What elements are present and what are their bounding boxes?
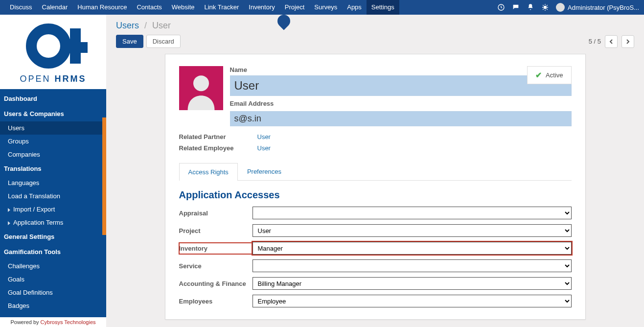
scroll-indicator (102, 117, 106, 235)
discard-button[interactable]: Discard (146, 35, 181, 48)
caret-icon (8, 208, 10, 212)
access-label-accounting-finance: Accounting & Finance (179, 280, 253, 287)
user-name: Administrator (PsyBroS... (568, 4, 639, 11)
tabs: Access Rights Preferences (179, 163, 572, 181)
sidebar-item-import-export[interactable]: Import / Export (0, 203, 106, 216)
pager: 5 / 5 (589, 35, 634, 48)
topmenu-inventory[interactable]: Inventory (244, 0, 279, 15)
related-partner-label: Related Partner (179, 133, 257, 140)
topmenu-human-resource[interactable]: Human Resource (72, 0, 132, 15)
access-select-service[interactable] (253, 259, 572, 272)
topbar-right: Administrator (PsyBroS... (497, 3, 639, 12)
breadcrumb-current: User (152, 21, 171, 30)
sidebar-item-companies[interactable]: Companies (0, 148, 106, 161)
clock-icon[interactable] (497, 3, 505, 11)
access-select-employees[interactable]: Employee (253, 295, 572, 307)
topmenu-apps[interactable]: Apps (342, 0, 367, 15)
section-title: Application Accesses (179, 189, 572, 201)
pager-prev[interactable] (605, 35, 618, 48)
topmenu-contacts[interactable]: Contacts (132, 0, 166, 15)
check-icon: ✔ (535, 70, 542, 80)
sidebar-section-users-companies[interactable]: Users & Companies (0, 106, 106, 121)
form-sheet: Name Email Address ✔ Active Related Part… (165, 54, 586, 320)
topmenu-link-tracker[interactable]: Link Tracker (199, 0, 244, 15)
bug-icon[interactable] (541, 3, 549, 11)
sidebar-nav: DashboardUsers & CompaniesUsersGroupsCom… (0, 89, 106, 317)
related-partner-value[interactable]: User (257, 133, 572, 140)
breadcrumb-bar: Users / User (106, 15, 644, 35)
topbar: DiscussCalendarHuman ResourceContactsWeb… (0, 0, 644, 15)
tab-preferences[interactable]: Preferences (238, 163, 291, 180)
sidebar-section-translations[interactable]: Translations (0, 161, 106, 176)
control-row: Save Discard 5 / 5 (106, 35, 644, 54)
access-select-project[interactable]: User (253, 224, 572, 237)
bell-icon[interactable] (527, 3, 534, 11)
brand-text-1: OPEN (20, 74, 54, 84)
avatar-icon (556, 3, 565, 12)
sidebar-section-general-settings[interactable]: General Settings (0, 229, 106, 244)
svg-point-1 (544, 6, 547, 9)
topmenu-project[interactable]: Project (280, 0, 309, 15)
main: Users / User Save Discard 5 / 5 (106, 15, 644, 327)
sidebar-item-application-terms[interactable]: Application Terms (0, 216, 106, 229)
related-employee-label: Related Employee (179, 144, 257, 152)
access-label-employees: Employees (179, 298, 253, 305)
status-badge[interactable]: ✔ Active (527, 66, 571, 84)
access-select-accounting-finance[interactable]: Billing Manager (253, 277, 572, 290)
access-label-project: Project (179, 227, 253, 234)
sidebar-item-goal-definitions[interactable]: Goal Definitions (0, 286, 106, 299)
name-label: Name (230, 66, 572, 73)
related-employee-value[interactable]: User (257, 144, 572, 152)
status-text: Active (546, 71, 563, 79)
topmenu-discuss[interactable]: Discuss (5, 0, 37, 15)
topmenu-calendar[interactable]: Calendar (37, 0, 73, 15)
brand-text-2: HRMS (55, 74, 87, 84)
sidebar-item-groups[interactable]: Groups (0, 135, 106, 148)
sidebar-item-languages[interactable]: Languages (0, 176, 106, 189)
access-label-service: Service (179, 262, 253, 270)
top-menu: DiscussCalendarHuman ResourceContactsWeb… (5, 0, 399, 15)
sidebar-item-load-a-translation[interactable]: Load a Translation (0, 189, 106, 203)
topmenu-settings[interactable]: Settings (367, 0, 399, 15)
topmenu-website[interactable]: Website (167, 0, 200, 15)
access-grid: AppraisalProjectUserInventoryManagerServ… (179, 207, 572, 307)
name-input[interactable] (230, 75, 572, 96)
tab-access-rights[interactable]: Access Rights (179, 163, 238, 181)
powered-link[interactable]: Cybrosys Technologies (41, 319, 96, 325)
save-button[interactable]: Save (116, 35, 143, 48)
access-select-inventory[interactable]: Manager (253, 242, 572, 255)
breadcrumb: Users / User (116, 21, 171, 31)
topmenu-surveys[interactable]: Surveys (309, 0, 342, 15)
caret-icon (8, 221, 10, 225)
sidebar-item-goals[interactable]: Goals (0, 273, 106, 286)
access-label-inventory: Inventory (179, 243, 253, 254)
powered-by: Powered by Cybrosys Technologies (0, 317, 106, 327)
sidebar-item-users[interactable]: Users (0, 121, 106, 135)
user-menu[interactable]: Administrator (PsyBroS... (556, 3, 639, 12)
sidebar: OPEN HRMS DashboardUsers & CompaniesUser… (0, 15, 106, 327)
chat-icon[interactable] (512, 3, 520, 11)
sidebar-item-challenges[interactable]: Challenges (0, 259, 106, 273)
access-label-appraisal: Appraisal (179, 210, 253, 217)
breadcrumb-root[interactable]: Users (116, 21, 139, 30)
access-select-appraisal[interactable] (253, 207, 572, 219)
email-label: Email Address (230, 100, 572, 107)
svg-point-2 (193, 75, 209, 91)
logo: OPEN HRMS (0, 15, 106, 89)
avatar[interactable] (179, 66, 223, 110)
pager-text: 5 / 5 (589, 38, 601, 45)
sidebar-section-dashboard[interactable]: Dashboard (0, 91, 106, 106)
sidebar-section-gamification-tools[interactable]: Gamification Tools (0, 244, 106, 259)
sidebar-item-badges[interactable]: Badges (0, 299, 106, 312)
pager-next[interactable] (621, 35, 634, 48)
email-input[interactable] (230, 111, 572, 126)
related-block: Related Partner User Related Employee Us… (179, 133, 572, 152)
